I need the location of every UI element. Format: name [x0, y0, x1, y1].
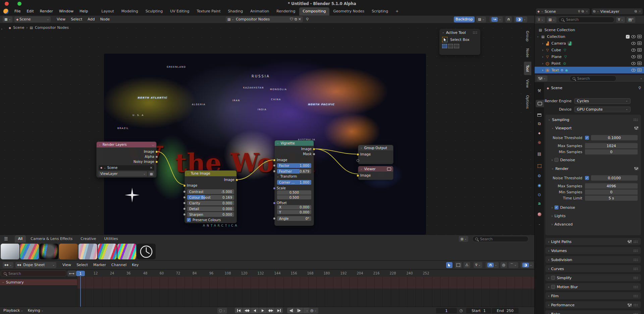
menu-view[interactable]: View	[54, 17, 68, 21]
menu-node[interactable]: Node	[98, 17, 113, 21]
tab-world[interactable]: ⊕	[536, 139, 543, 146]
render-subpanel-header[interactable]: ⌄Render	[545, 166, 641, 172]
node-tune-image[interactable]: ⌄ Tune Image Image Image Contrast-5.000 …	[184, 170, 237, 223]
asset-thumbnail-clock[interactable]	[137, 244, 156, 259]
tab-tool[interactable]: ⚒	[536, 87, 543, 95]
sliders-icon[interactable]	[628, 240, 632, 244]
step-forward-button[interactable]	[295, 308, 303, 313]
keying-menu[interactable]: Keying⌄	[28, 308, 44, 313]
collapse-icon[interactable]: ⌄	[442, 31, 444, 34]
box-select-icon[interactable]	[455, 262, 462, 268]
playhead[interactable]	[80, 271, 81, 307]
chevron-down-icon[interactable]: ⌄	[530, 264, 532, 266]
collapse-icon[interactable]: ⌄	[360, 168, 363, 170]
outliner-filter-type-dropdown[interactable]: ▨⌄	[547, 17, 556, 23]
menu-select[interactable]: Select	[68, 17, 85, 21]
socket-image-out[interactable]	[313, 148, 315, 150]
menu-marker[interactable]: Marker	[91, 263, 109, 267]
menu-window[interactable]: Window	[56, 9, 76, 13]
slider-feather[interactable]: Feather0.679	[277, 169, 311, 174]
menu-edit[interactable]: Edit	[23, 9, 37, 13]
socket-image-in[interactable]	[183, 184, 186, 187]
scale-x-field[interactable]: 0.500	[277, 190, 311, 195]
socket-factor-in[interactable]	[273, 164, 276, 167]
outliner-row-camera[interactable]: › ▟ Camera ▟	[535, 40, 644, 47]
hide-eye-icon[interactable]	[631, 35, 636, 38]
max-samples-field[interactable]: 1024	[585, 143, 638, 148]
overlays-toggle[interactable]: ◑	[522, 263, 529, 267]
tab-object-data[interactable]: a	[536, 200, 543, 207]
expand-icon[interactable]: ›	[542, 55, 543, 59]
workspace-tab-texture-paint[interactable]: Texture Paint	[193, 7, 224, 15]
panel-grip-icon[interactable]	[633, 313, 638, 314]
viewlayer-selector-value[interactable]: ViewLayer	[600, 9, 633, 14]
noise-threshold-checkbox[interactable]: ✓	[585, 136, 589, 140]
tab-overflow-chevron[interactable]: ⌄	[536, 221, 543, 228]
render-denoise-header[interactable]: ›✓ Denoise	[545, 204, 641, 210]
socket-alpha-out[interactable]	[155, 155, 158, 158]
expand-icon[interactable]: ›	[542, 62, 543, 65]
offset-y-field[interactable]: Y0.000	[277, 210, 311, 214]
outliner-row-point[interactable]: › ⨀ Point ⊙	[535, 60, 644, 67]
outliner-row-plane[interactable]: › ▽ Plane ▽	[535, 53, 644, 60]
sliders-icon[interactable]	[634, 167, 638, 171]
socket-sharpen-in[interactable]	[183, 213, 186, 216]
previous-keyframe-button[interactable]	[243, 308, 251, 313]
asset-search[interactable]	[472, 236, 529, 242]
outliner-row-scene-collection[interactable]: ▤ Scene Collection	[535, 26, 644, 33]
asset-thumbnail[interactable]	[78, 244, 97, 259]
panel-grip-icon[interactable]	[633, 267, 638, 270]
menu-select[interactable]: Select	[74, 263, 91, 267]
panel-motion-blur[interactable]: › Motion Blur	[545, 283, 641, 290]
socket-angle-in[interactable]	[273, 217, 276, 220]
exclude-checkbox[interactable]: ✓	[626, 35, 630, 39]
workspace-tab-animation[interactable]: Animation	[247, 7, 273, 15]
node-group-output[interactable]: ⌄ Group Output Image	[358, 145, 393, 164]
collapse-icon[interactable]: ⌄	[537, 35, 539, 38]
slider-contrast[interactable]: Contrast-5.000	[187, 189, 234, 194]
viewlayer-field[interactable]: ViewLayer⌄	[99, 171, 147, 176]
slider-sharpen[interactable]: Sharpen0.000	[187, 212, 234, 217]
denoise-checkbox[interactable]	[554, 158, 558, 162]
new-collection-button[interactable]: ▤⁺	[627, 17, 635, 23]
display-mode-button[interactable]: ⊞⌄	[459, 236, 468, 242]
panel-curves[interactable]: › Curves	[545, 265, 641, 272]
shelf-tab-camera-lens-effects[interactable]: Camera & Lens Effects	[27, 235, 76, 243]
workspace-tab-compositing[interactable]: Compositing	[299, 7, 330, 15]
advanced-subpanel-header[interactable]: ›Advanced	[545, 221, 641, 227]
corner-expand-icon[interactable]: ›	[1, 27, 2, 31]
hide-eye-icon[interactable]	[631, 42, 636, 45]
outliner-row-collection[interactable]: ⌄ ▤ Collection ✓	[535, 33, 644, 40]
viewport-denoise-header[interactable]: › Denoise	[545, 157, 641, 163]
noise-threshold-field[interactable]: 0.1000	[591, 135, 638, 140]
asset-thumbnail[interactable]	[40, 244, 58, 259]
render-scene-button[interactable]: ▨	[148, 171, 154, 176]
scene-selector[interactable]: ◆⌄ Scene ⚲ ⧉ ✕	[536, 8, 590, 14]
panel-performance[interactable]: › Performance	[545, 301, 641, 308]
proportional-falloff-dropdown[interactable]: ⌒⌄	[508, 262, 518, 268]
socket-scale-in[interactable]	[273, 187, 276, 190]
offset-x-field[interactable]: X0.000	[277, 205, 311, 209]
panel-simplify[interactable]: › Simplify	[545, 274, 641, 281]
node-render-layers[interactable]: ⌄ Render Layers ◡ Image Alpha Noisy Imag…	[96, 141, 157, 178]
properties-options-dropdown[interactable]: ⌄	[640, 77, 642, 80]
node-vignette[interactable]: ⌄ Vignette Image Mask Image Factor1.000 …	[274, 140, 314, 226]
disable-render-icon[interactable]	[637, 35, 642, 38]
device-dropdown[interactable]: GPU Compute⌄	[574, 107, 631, 112]
noise-threshold-field[interactable]: 0.0100	[591, 175, 638, 181]
viewlayer-selector[interactable]: ⧉⌄ ViewLayer ⧉ ✕	[592, 8, 643, 14]
filter-dropdown[interactable]: ∇⌄	[474, 262, 482, 268]
outliner-search-input[interactable]	[566, 17, 611, 22]
sliders-icon[interactable]	[628, 303, 632, 307]
panel-grip-icon[interactable]	[633, 258, 638, 261]
expand-icon[interactable]: ›	[542, 42, 543, 45]
shelf-tab-all[interactable]: All	[15, 235, 26, 243]
snap-toggle[interactable]: ∩	[487, 263, 494, 267]
panel-grip-icon[interactable]	[633, 304, 638, 307]
chevron-down-icon[interactable]: ⌄	[499, 18, 501, 21]
socket-image-in[interactable]	[273, 159, 276, 162]
asset-thumbnail[interactable]	[98, 244, 117, 259]
workspace-tab-geometry-nodes[interactable]: Geometry Nodes	[329, 7, 368, 15]
panel-grip-icon[interactable]	[473, 31, 478, 34]
next-keyframe-button[interactable]	[267, 308, 275, 313]
